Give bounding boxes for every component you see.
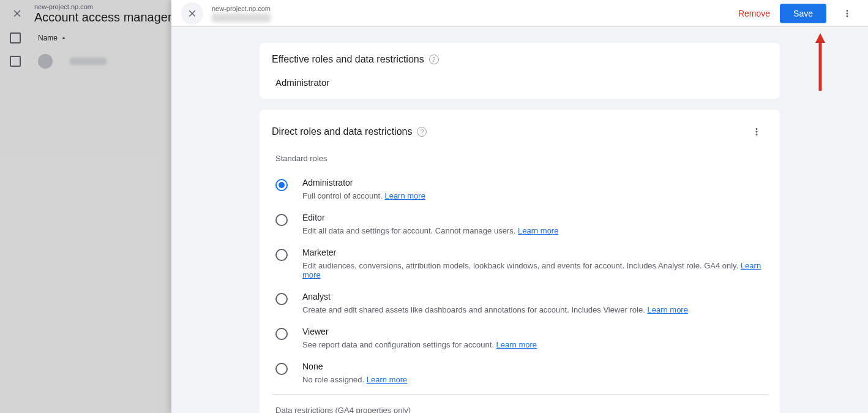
radio-none[interactable] — [275, 363, 288, 375]
more-vert-icon — [842, 8, 853, 19]
role-list: Administrator Full control of account. L… — [272, 172, 768, 390]
learn-more-link[interactable]: Learn more — [647, 305, 687, 314]
radio-editor[interactable] — [275, 214, 288, 226]
role-desc: See report data and configuration settin… — [302, 340, 768, 349]
radio-viewer[interactable] — [275, 328, 288, 340]
radio-marketer[interactable] — [275, 249, 288, 261]
effective-role-value: Administrator — [275, 77, 768, 88]
role-item-marketer[interactable]: Marketer Edit audiences, conversions, at… — [275, 241, 768, 286]
close-button[interactable] — [181, 2, 203, 25]
role-desc: Create and edit shared assets like dashb… — [302, 305, 768, 314]
redacted-email — [212, 13, 271, 22]
role-name: Administrator — [302, 178, 768, 188]
more-vert-icon — [751, 126, 762, 137]
role-item-none[interactable]: None No role assigned. Learn more — [275, 355, 768, 390]
direct-roles-card: Direct roles and data restrictions ? Sta… — [260, 110, 780, 413]
radio-analyst[interactable] — [275, 293, 288, 305]
role-name: None — [302, 362, 768, 371]
role-name: Editor — [302, 213, 768, 222]
card-title: Effective roles and data restrictions — [272, 54, 424, 65]
radio-administrator[interactable] — [275, 179, 288, 191]
learn-more-link[interactable]: Learn more — [384, 191, 425, 200]
card-title: Direct roles and data restrictions — [272, 126, 412, 137]
role-desc: Edit all data and settings for account. … — [302, 226, 768, 235]
learn-more-link[interactable]: Learn more — [518, 226, 558, 235]
save-button[interactable]: Save — [780, 4, 826, 23]
role-name: Marketer — [302, 248, 768, 257]
learn-more-link[interactable]: Learn more — [367, 375, 407, 384]
card-more-button[interactable] — [746, 121, 768, 143]
user-detail-panel: new-project.np.com Remove Save Effective… — [171, 0, 868, 413]
more-menu-button[interactable] — [836, 2, 858, 25]
close-icon — [187, 8, 198, 19]
role-item-administrator[interactable]: Administrator Full control of account. L… — [275, 172, 768, 206]
panel-header: new-project.np.com Remove Save — [171, 0, 868, 27]
panel-subtitle: new-project.np.com — [212, 5, 730, 12]
role-item-analyst[interactable]: Analyst Create and edit shared assets li… — [275, 286, 768, 320]
panel-body: Effective roles and data restrictions ? … — [171, 27, 868, 413]
divider — [272, 394, 768, 395]
role-desc: No role assigned. Learn more — [302, 375, 768, 384]
learn-more-link[interactable]: Learn more — [496, 340, 537, 349]
role-name: Viewer — [302, 327, 768, 336]
remove-button[interactable]: Remove — [738, 9, 770, 18]
role-name: Analyst — [302, 292, 768, 301]
restrictions-label: Data restrictions (GA4 properties only) — [275, 406, 768, 413]
standard-roles-label: Standard roles — [275, 154, 768, 163]
role-item-viewer[interactable]: Viewer See report data and configuration… — [275, 320, 768, 355]
role-desc: Edit audiences, conversions, attribution… — [302, 261, 768, 279]
effective-roles-card: Effective roles and data restrictions ? … — [260, 43, 780, 99]
help-icon[interactable]: ? — [429, 55, 439, 64]
role-desc: Full control of account. Learn more — [302, 191, 768, 200]
role-item-editor[interactable]: Editor Edit all data and settings for ac… — [275, 206, 768, 241]
help-icon[interactable]: ? — [417, 127, 427, 137]
